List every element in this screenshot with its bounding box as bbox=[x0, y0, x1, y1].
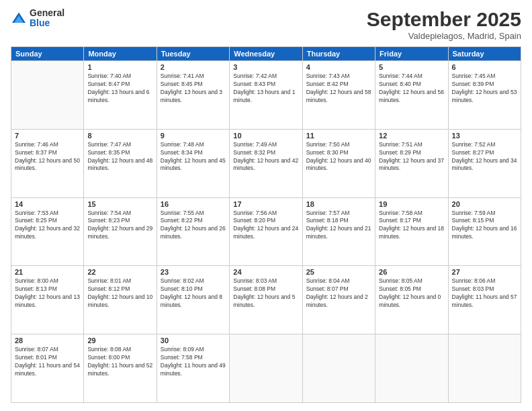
table-row: 8Sunrise: 7:47 AMSunset: 8:35 PMDaylight… bbox=[84, 129, 157, 197]
table-row bbox=[11, 61, 84, 130]
day-info: Sunrise: 8:05 AMSunset: 8:05 PMDaylight:… bbox=[379, 277, 444, 310]
table-row: 28Sunrise: 8:07 AMSunset: 8:01 PMDayligh… bbox=[11, 334, 84, 403]
table-row: 1Sunrise: 7:40 AMSunset: 8:47 PMDaylight… bbox=[84, 61, 157, 130]
day-info: Sunrise: 7:41 AMSunset: 8:45 PMDaylight:… bbox=[161, 73, 226, 105]
col-sunday: Sunday bbox=[11, 47, 84, 61]
day-info: Sunrise: 7:52 AMSunset: 8:27 PMDaylight:… bbox=[452, 141, 517, 173]
title-block: September 2025 Valdepielagos, Madrid, Sp… bbox=[367, 8, 521, 41]
table-row: 15Sunrise: 7:54 AMSunset: 8:23 PMDayligh… bbox=[84, 197, 157, 266]
table-row: 18Sunrise: 7:57 AMSunset: 8:18 PMDayligh… bbox=[302, 197, 375, 266]
table-row: 22Sunrise: 8:01 AMSunset: 8:12 PMDayligh… bbox=[84, 266, 157, 334]
day-number: 25 bbox=[306, 268, 371, 276]
day-number: 29 bbox=[87, 336, 152, 345]
col-tuesday: Tuesday bbox=[157, 47, 229, 61]
day-number: 4 bbox=[306, 63, 371, 71]
table-row: 23Sunrise: 8:02 AMSunset: 8:10 PMDayligh… bbox=[157, 266, 229, 334]
day-number: 12 bbox=[379, 132, 444, 140]
table-row: 26Sunrise: 8:05 AMSunset: 8:05 PMDayligh… bbox=[375, 266, 448, 334]
table-row: 21Sunrise: 8:00 AMSunset: 8:13 PMDayligh… bbox=[11, 266, 84, 334]
day-info: Sunrise: 7:51 AMSunset: 8:29 PMDaylight:… bbox=[379, 141, 444, 173]
table-row: 3Sunrise: 7:42 AMSunset: 8:43 PMDaylight… bbox=[230, 61, 302, 130]
table-row: 9Sunrise: 7:48 AMSunset: 8:34 PMDaylight… bbox=[157, 129, 229, 197]
day-number: 16 bbox=[161, 200, 226, 208]
day-info: Sunrise: 8:00 AMSunset: 8:13 PMDaylight:… bbox=[15, 277, 80, 310]
day-info: Sunrise: 7:46 AMSunset: 8:37 PMDaylight:… bbox=[15, 141, 80, 173]
day-info: Sunrise: 7:50 AMSunset: 8:30 PMDaylight:… bbox=[306, 141, 371, 173]
day-number: 20 bbox=[452, 200, 517, 208]
day-number: 27 bbox=[452, 268, 517, 276]
day-number: 3 bbox=[233, 63, 298, 71]
col-wednesday: Wednesday bbox=[230, 47, 302, 61]
table-row: 5Sunrise: 7:44 AMSunset: 8:40 PMDaylight… bbox=[375, 61, 448, 130]
col-friday: Friday bbox=[375, 47, 448, 61]
day-info: Sunrise: 7:44 AMSunset: 8:40 PMDaylight:… bbox=[379, 73, 444, 105]
day-info: Sunrise: 8:02 AMSunset: 8:10 PMDaylight:… bbox=[161, 277, 226, 310]
day-number: 26 bbox=[379, 268, 444, 276]
table-row: 20Sunrise: 7:59 AMSunset: 8:15 PMDayligh… bbox=[448, 197, 521, 266]
logo-blue: Blue bbox=[30, 18, 64, 28]
day-number: 13 bbox=[452, 132, 517, 140]
logo-general: General bbox=[30, 8, 64, 18]
logo-text: General Blue bbox=[30, 8, 64, 29]
day-info: Sunrise: 8:04 AMSunset: 8:07 PMDaylight:… bbox=[306, 277, 371, 310]
table-row: 7Sunrise: 7:46 AMSunset: 8:37 PMDaylight… bbox=[11, 129, 84, 197]
header: General Blue September 2025 Valdepielago… bbox=[11, 8, 521, 41]
day-number: 17 bbox=[233, 200, 298, 208]
table-row: 12Sunrise: 7:51 AMSunset: 8:29 PMDayligh… bbox=[375, 129, 448, 197]
day-info: Sunrise: 7:57 AMSunset: 8:18 PMDaylight:… bbox=[306, 210, 371, 242]
table-row: 10Sunrise: 7:49 AMSunset: 8:32 PMDayligh… bbox=[230, 129, 302, 197]
day-info: Sunrise: 7:40 AMSunset: 8:47 PMDaylight:… bbox=[87, 73, 152, 105]
day-number: 19 bbox=[379, 200, 444, 208]
table-row bbox=[375, 334, 448, 403]
day-number: 2 bbox=[161, 63, 226, 71]
day-info: Sunrise: 7:56 AMSunset: 8:20 PMDaylight:… bbox=[233, 210, 298, 242]
logo-icon bbox=[11, 11, 27, 25]
day-number: 1 bbox=[87, 63, 152, 71]
table-row: 29Sunrise: 8:08 AMSunset: 8:00 PMDayligh… bbox=[84, 334, 157, 403]
weekday-row: Sunday Monday Tuesday Wednesday Thursday… bbox=[11, 47, 521, 61]
table-row: 30Sunrise: 8:09 AMSunset: 7:58 PMDayligh… bbox=[157, 334, 229, 403]
table-row: 27Sunrise: 8:06 AMSunset: 8:03 PMDayligh… bbox=[448, 266, 521, 334]
day-info: Sunrise: 7:59 AMSunset: 8:15 PMDaylight:… bbox=[452, 210, 517, 242]
day-number: 23 bbox=[161, 268, 226, 276]
col-monday: Monday bbox=[84, 47, 157, 61]
day-number: 10 bbox=[233, 132, 298, 140]
day-info: Sunrise: 7:42 AMSunset: 8:43 PMDaylight:… bbox=[233, 73, 298, 105]
calendar-header: Sunday Monday Tuesday Wednesday Thursday… bbox=[11, 47, 521, 61]
table-row: 17Sunrise: 7:56 AMSunset: 8:20 PMDayligh… bbox=[230, 197, 302, 266]
table-row: 19Sunrise: 7:58 AMSunset: 8:17 PMDayligh… bbox=[375, 197, 448, 266]
day-number: 28 bbox=[15, 336, 80, 345]
day-info: Sunrise: 7:53 AMSunset: 8:25 PMDaylight:… bbox=[15, 210, 80, 242]
day-info: Sunrise: 8:01 AMSunset: 8:12 PMDaylight:… bbox=[87, 277, 152, 310]
month-title: September 2025 bbox=[367, 8, 521, 31]
day-number: 6 bbox=[452, 63, 517, 71]
day-number: 5 bbox=[379, 63, 444, 71]
table-row: 24Sunrise: 8:03 AMSunset: 8:08 PMDayligh… bbox=[230, 266, 302, 334]
day-info: Sunrise: 7:45 AMSunset: 8:39 PMDaylight:… bbox=[452, 73, 517, 105]
day-number: 15 bbox=[87, 200, 152, 208]
table-row: 14Sunrise: 7:53 AMSunset: 8:25 PMDayligh… bbox=[11, 197, 84, 266]
col-saturday: Saturday bbox=[448, 47, 521, 61]
table-row: 6Sunrise: 7:45 AMSunset: 8:39 PMDaylight… bbox=[448, 61, 521, 130]
logo: General Blue bbox=[11, 8, 64, 29]
day-number: 21 bbox=[15, 268, 80, 276]
day-info: Sunrise: 8:08 AMSunset: 8:00 PMDaylight:… bbox=[87, 346, 152, 378]
day-number: 9 bbox=[161, 132, 226, 140]
day-info: Sunrise: 7:43 AMSunset: 8:42 PMDaylight:… bbox=[306, 73, 371, 105]
day-number: 22 bbox=[87, 268, 152, 276]
day-info: Sunrise: 8:06 AMSunset: 8:03 PMDaylight:… bbox=[452, 277, 517, 310]
day-number: 8 bbox=[87, 132, 152, 140]
page: General Blue September 2025 Valdepielago… bbox=[0, 0, 532, 411]
table-row bbox=[230, 334, 302, 403]
day-info: Sunrise: 7:55 AMSunset: 8:22 PMDaylight:… bbox=[161, 210, 226, 242]
day-info: Sunrise: 7:54 AMSunset: 8:23 PMDaylight:… bbox=[87, 210, 152, 242]
col-thursday: Thursday bbox=[302, 47, 375, 61]
day-number: 24 bbox=[233, 268, 298, 276]
day-info: Sunrise: 8:07 AMSunset: 8:01 PMDaylight:… bbox=[15, 346, 80, 378]
table-row: 2Sunrise: 7:41 AMSunset: 8:45 PMDaylight… bbox=[157, 61, 229, 130]
day-info: Sunrise: 8:03 AMSunset: 8:08 PMDaylight:… bbox=[233, 277, 298, 310]
day-number: 7 bbox=[15, 132, 80, 140]
day-number: 14 bbox=[15, 200, 80, 208]
table-row: 25Sunrise: 8:04 AMSunset: 8:07 PMDayligh… bbox=[302, 266, 375, 334]
table-row: 4Sunrise: 7:43 AMSunset: 8:42 PMDaylight… bbox=[302, 61, 375, 130]
